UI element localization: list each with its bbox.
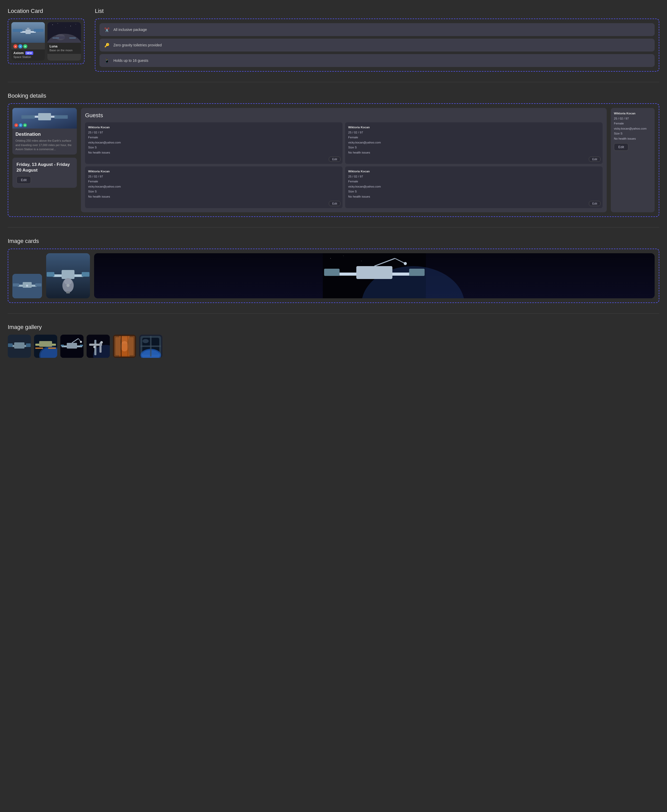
side-guest-dob: 25 / 02 / 97 xyxy=(614,116,652,121)
svg-rect-33 xyxy=(35,283,41,287)
image-gallery-section: Image gallery xyxy=(8,324,659,358)
gallery-thumb-3[interactable] xyxy=(86,335,110,358)
location-card-section: Location Card xyxy=(8,8,85,71)
gallery-row xyxy=(8,335,659,358)
svg-rect-6 xyxy=(34,29,43,32)
guest-dob-1: 25 / 02 / 97 xyxy=(348,130,599,135)
svg-point-16 xyxy=(58,23,58,24)
svg-point-15 xyxy=(52,25,53,25)
svg-rect-41 xyxy=(82,272,90,277)
gallery-thumb-1[interactable] xyxy=(34,335,57,358)
guest-dob-0: 25 / 02 / 97 xyxy=(88,130,339,135)
luna-subtitle: Base on the moon xyxy=(50,49,79,52)
image-card-medium[interactable] xyxy=(46,253,90,298)
logo-x: X xyxy=(18,44,22,48)
svg-point-58 xyxy=(343,255,344,256)
destination-image: A X M xyxy=(12,108,77,129)
axiom-image xyxy=(12,22,45,43)
logo-a: A xyxy=(13,44,18,48)
list-container: ✂️ All inclusive package 🔑 Zero gravity … xyxy=(95,18,659,71)
guest-gender-1: Female xyxy=(348,135,599,140)
guest-name-0: Wiktoria Kocan xyxy=(88,125,339,130)
guest-card-1: Wiktoria Kocan 25 / 02 / 97 Female vicky… xyxy=(345,123,602,164)
guest-edit-button-2[interactable]: Edit xyxy=(329,201,340,206)
guests-title: Guests xyxy=(85,112,602,119)
svg-point-56 xyxy=(404,262,407,265)
svg-point-88 xyxy=(93,346,95,348)
svg-rect-5 xyxy=(13,29,22,32)
destination-card: A X M Destination Orbiting 250 miles abo… xyxy=(12,108,77,154)
axiom-logos: A X M xyxy=(12,43,45,50)
dest-logo-m: M xyxy=(23,123,27,127)
list-item-text-2: Holds up to 16 guests xyxy=(113,58,148,63)
side-guest-email: vicky.kocan@yahoo.com xyxy=(614,126,652,131)
scissors-icon: ✂️ xyxy=(104,27,110,33)
booking-container: A X M Destination Orbiting 250 miles abo… xyxy=(8,103,659,217)
date-edit-button[interactable]: Edit xyxy=(17,176,31,184)
list-item-1[interactable]: 🔑 Zero gravity toiletries provided xyxy=(100,39,655,51)
guest-health-1: No health issues xyxy=(348,150,599,155)
list-item-text-1: Zero gravity toiletries provided xyxy=(113,43,162,47)
svg-point-17 xyxy=(70,26,71,26)
svg-rect-22 xyxy=(38,113,51,120)
image-cards-container xyxy=(8,249,659,303)
destination-title: Destination xyxy=(15,132,74,137)
location-card-axiom[interactable]: A X M Axiom NEW Space Station xyxy=(12,22,45,61)
svg-point-57 xyxy=(330,258,331,259)
date-card: Friday, 13 August - Friday 20 August Edi… xyxy=(12,157,77,188)
guest-health-2: No health issues xyxy=(88,194,339,199)
destination-desc: Orbiting 250 miles above the Earth's sur… xyxy=(15,139,74,151)
new-badge: NEW xyxy=(25,51,33,55)
svg-point-87 xyxy=(100,341,103,344)
gallery-thumb-5[interactable] xyxy=(139,335,163,358)
svg-rect-14 xyxy=(69,38,76,38)
guest-edit-button-3[interactable]: Edit xyxy=(589,201,601,206)
svg-rect-76 xyxy=(67,343,77,348)
guest-health-0: No health issues xyxy=(88,150,339,155)
guest-name-1: Wiktoria Kocan xyxy=(348,125,599,130)
list-item-2[interactable]: 📱 Holds up to 16 guests xyxy=(100,54,655,67)
booking-section: Booking details xyxy=(8,93,659,217)
location-card-luna[interactable]: Luna Base on the moon xyxy=(47,22,81,61)
guest-dob-3: 25 / 02 / 97 xyxy=(348,174,599,179)
side-guest-size: Size S xyxy=(614,131,652,136)
svg-rect-2 xyxy=(25,29,31,34)
gallery-thumb-2[interactable] xyxy=(60,335,83,358)
location-card-title: Location Card xyxy=(8,8,85,15)
image-cards-section: Image cards xyxy=(8,238,659,303)
guest-card-2: Wiktoria Kocan 25 / 02 / 97 Female vicky… xyxy=(85,166,342,208)
logo-m: M xyxy=(23,44,27,48)
svg-point-104 xyxy=(143,339,149,343)
svg-rect-26 xyxy=(55,115,68,119)
side-guest-health: No health issues xyxy=(614,136,652,141)
svg-rect-32 xyxy=(13,283,19,287)
svg-rect-25 xyxy=(22,115,35,119)
booking-title: Booking details xyxy=(8,93,659,99)
key-icon: 🔑 xyxy=(104,42,110,48)
guest-gender-2: Female xyxy=(88,179,339,184)
phone-icon: 📱 xyxy=(104,58,110,63)
destination-content: Destination Orbiting 250 miles above the… xyxy=(12,129,77,154)
image-cards-title: Image cards xyxy=(8,238,659,244)
svg-rect-53 xyxy=(409,269,425,276)
guest-card-3: Wiktoria Kocan 25 / 02 / 97 Female vicky… xyxy=(345,166,602,208)
svg-rect-73 xyxy=(48,348,56,349)
svg-rect-62 xyxy=(14,342,25,348)
guest-health-3: No health issues xyxy=(348,194,599,199)
guest-gender-0: Female xyxy=(88,135,339,140)
list-item-0[interactable]: ✂️ All inclusive package xyxy=(100,23,655,36)
image-card-large[interactable] xyxy=(94,253,655,298)
guest-edit-button-0[interactable]: Edit xyxy=(329,157,340,162)
side-guest-edit-button[interactable]: Edit xyxy=(614,143,628,151)
svg-point-59 xyxy=(361,261,362,261)
guest-name-3: Wiktoria Kocan xyxy=(348,169,599,174)
svg-rect-49 xyxy=(357,266,393,279)
guest-email-3: vicky.kocan@yahoo.com xyxy=(348,184,599,189)
gallery-thumb-4[interactable] xyxy=(113,335,136,358)
svg-rect-65 xyxy=(8,343,13,347)
svg-point-45 xyxy=(66,284,70,287)
gallery-thumb-0[interactable] xyxy=(8,335,31,358)
side-guest-gender: Female xyxy=(614,121,652,126)
image-card-small[interactable] xyxy=(12,274,42,298)
guest-edit-button-1[interactable]: Edit xyxy=(589,157,601,162)
